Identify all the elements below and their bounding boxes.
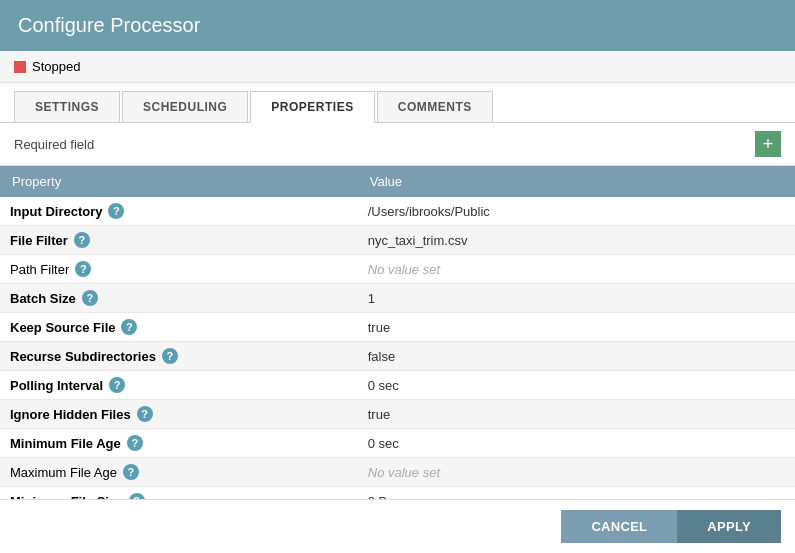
property-name-cell: Input Directory?	[0, 197, 358, 226]
property-name-cell: Path Filter?	[0, 255, 358, 284]
status-bar: Stopped	[0, 51, 795, 83]
dialog-title: Configure Processor	[18, 14, 777, 37]
table-row: Keep Source File?true	[0, 313, 795, 342]
property-edit-cell	[716, 400, 796, 429]
properties-table-wrapper: Property Value Input Directory?/Users/ib…	[0, 166, 795, 499]
table-body: Input Directory?/Users/ibrooks/PublicFil…	[0, 197, 795, 499]
table-row: Recurse Subdirectories?false	[0, 342, 795, 371]
column-header-property: Property	[0, 166, 358, 197]
property-value-cell: /Users/ibrooks/Public	[358, 197, 716, 226]
property-value-cell: true	[358, 400, 716, 429]
help-icon[interactable]: ?	[127, 435, 143, 451]
property-edit-cell	[716, 226, 796, 255]
property-value-cell: false	[358, 342, 716, 371]
property-value-cell: No value set	[358, 255, 716, 284]
table-row: Batch Size?1	[0, 284, 795, 313]
help-icon[interactable]: ?	[75, 261, 91, 277]
property-value-cell: No value set	[358, 458, 716, 487]
property-value-cell: nyc_taxi_trim.csv	[358, 226, 716, 255]
property-name-cell: Ignore Hidden Files?	[0, 400, 358, 429]
property-name-cell: Minimum File Age?	[0, 429, 358, 458]
tab-settings[interactable]: SETTINGS	[14, 91, 120, 122]
help-icon[interactable]: ?	[123, 464, 139, 480]
help-icon[interactable]: ?	[162, 348, 178, 364]
table-header: Property Value	[0, 166, 795, 197]
status-label: Stopped	[32, 59, 80, 74]
property-name-text: Minimum File Age	[10, 436, 121, 451]
property-edit-cell	[716, 458, 796, 487]
property-value-cell: true	[358, 313, 716, 342]
property-edit-cell	[716, 255, 796, 284]
property-edit-cell	[716, 313, 796, 342]
cancel-button[interactable]: CANCEL	[561, 510, 677, 543]
table-row: Input Directory?/Users/ibrooks/Public	[0, 197, 795, 226]
property-name-cell: File Filter?	[0, 226, 358, 255]
property-name-text: Input Directory	[10, 204, 102, 219]
property-value-cell: 1	[358, 284, 716, 313]
property-name-cell: Batch Size?	[0, 284, 358, 313]
table-row: Maximum File Age?No value set	[0, 458, 795, 487]
table-row: Ignore Hidden Files?true	[0, 400, 795, 429]
property-name-cell: Keep Source File?	[0, 313, 358, 342]
property-name-text: Ignore Hidden Files	[10, 407, 131, 422]
add-property-button[interactable]: +	[755, 131, 781, 157]
property-edit-cell	[716, 284, 796, 313]
property-name-cell: Recurse Subdirectories?	[0, 342, 358, 371]
required-field-row: Required field +	[0, 123, 795, 166]
help-icon[interactable]: ?	[137, 406, 153, 422]
property-name-cell: Maximum File Age?	[0, 458, 358, 487]
dialog-footer: CANCEL APPLY	[0, 499, 795, 553]
property-value-cell: 0 sec	[358, 371, 716, 400]
property-name-text: Recurse Subdirectories	[10, 349, 156, 364]
apply-button[interactable]: APPLY	[677, 510, 781, 543]
status-indicator-icon	[14, 61, 26, 73]
property-name-text: Keep Source File	[10, 320, 115, 335]
tab-bar: SETTINGS SCHEDULING PROPERTIES COMMENTS	[0, 83, 795, 123]
help-icon[interactable]: ?	[109, 377, 125, 393]
properties-table: Property Value Input Directory?/Users/ib…	[0, 166, 795, 499]
help-icon[interactable]: ?	[121, 319, 137, 335]
property-name-cell: Polling Interval?	[0, 371, 358, 400]
required-field-label: Required field	[14, 137, 94, 152]
property-name-text: Maximum File Age	[10, 465, 117, 480]
column-header-actions	[716, 166, 796, 197]
property-name-cell: Minimum File Size?	[0, 487, 358, 500]
tab-scheduling[interactable]: SCHEDULING	[122, 91, 248, 122]
property-name-text: Batch Size	[10, 291, 76, 306]
help-icon[interactable]: ?	[108, 203, 124, 219]
property-edit-cell	[716, 429, 796, 458]
tab-comments[interactable]: COMMENTS	[377, 91, 493, 122]
dialog-header: Configure Processor	[0, 0, 795, 51]
property-name-text: Polling Interval	[10, 378, 103, 393]
property-name-text: File Filter	[10, 233, 68, 248]
property-name-text: Path Filter	[10, 262, 69, 277]
help-icon[interactable]: ?	[82, 290, 98, 306]
property-edit-cell	[716, 371, 796, 400]
table-row: Minimum File Size?0 B	[0, 487, 795, 500]
table-row: Polling Interval?0 sec	[0, 371, 795, 400]
column-header-value: Value	[358, 166, 716, 197]
property-value-cell: 0 sec	[358, 429, 716, 458]
table-row: Path Filter?No value set	[0, 255, 795, 284]
table-row: File Filter?nyc_taxi_trim.csv	[0, 226, 795, 255]
help-icon[interactable]: ?	[74, 232, 90, 248]
tab-properties[interactable]: PROPERTIES	[250, 91, 374, 123]
property-value-cell: 0 B	[358, 487, 716, 500]
configure-processor-dialog: Configure Processor Stopped SETTINGS SCH…	[0, 0, 795, 553]
table-row: Minimum File Age?0 sec	[0, 429, 795, 458]
property-edit-cell	[716, 342, 796, 371]
property-edit-cell	[716, 197, 796, 226]
property-edit-cell	[716, 487, 796, 500]
